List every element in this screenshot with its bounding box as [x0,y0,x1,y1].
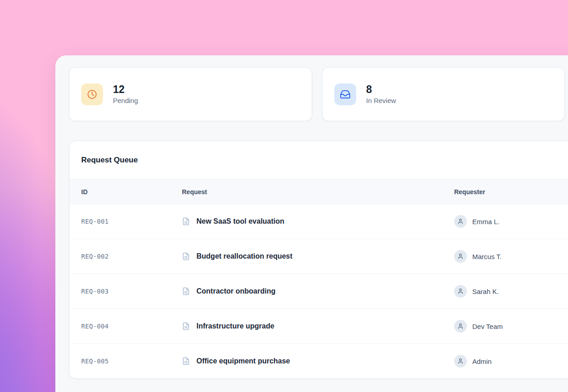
clock-icon [81,83,103,105]
column-header-request: Request [182,188,454,196]
column-header-id: ID [81,188,182,196]
avatar [454,285,467,298]
request-id: REQ-002 [81,253,182,260]
stat-card-in-review: 8 In Review [322,67,565,121]
table-title: Request Queue [69,141,568,180]
request-title: Budget reallocation request [196,252,293,260]
request-title: New SaaS tool evaluation [196,217,284,225]
table-row[interactable]: REQ-002 Budget reallocation request Marc… [69,239,568,274]
file-text-icon [182,252,190,260]
request-title: Contractor onboarding [196,287,275,295]
table-header-row: ID Request Requester [69,180,568,204]
request-id: REQ-005 [81,358,182,365]
stat-card-pending: 12 Pending [69,67,312,121]
main-panel: 12 Pending 8 In Review Request Queue [55,55,568,392]
avatar [454,215,467,228]
request-id: REQ-004 [81,323,182,330]
in-review-count: 8 [366,84,396,95]
request-id: REQ-001 [81,218,182,225]
inbox-icon [334,83,356,105]
avatar [454,355,467,368]
requester-name: Admin [472,358,492,365]
request-queue-card: Request Queue ID Request Requester REQ-0… [69,141,568,379]
request-id: REQ-003 [81,288,182,295]
avatar [454,320,467,333]
table-row[interactable]: REQ-003 Contractor onboarding Sarah K. [69,274,568,309]
avatar [454,250,467,263]
stats-row: 12 Pending 8 In Review [69,67,568,121]
file-text-icon [182,287,190,295]
column-header-requester: Requester [454,188,568,196]
requester-name: Marcus T. [472,253,502,260]
file-text-icon [182,357,190,365]
table-row[interactable]: REQ-005 Office equipment purchase Admin [69,344,568,378]
requester-name: Sarah K. [472,288,499,295]
request-title: Office equipment purchase [196,357,290,365]
table-row[interactable]: REQ-004 Infrastructure upgrade Dev Team [69,309,568,344]
file-text-icon [182,322,190,330]
request-title: Infrastructure upgrade [196,322,274,330]
file-text-icon [182,217,190,225]
requester-name: Dev Team [472,323,503,330]
pending-label: Pending [113,97,138,104]
table-row[interactable]: REQ-001 New SaaS tool evaluation Emma L. [69,204,568,239]
pending-count: 12 [113,84,138,95]
in-review-label: In Review [366,97,396,104]
requester-name: Emma L. [472,218,499,225]
